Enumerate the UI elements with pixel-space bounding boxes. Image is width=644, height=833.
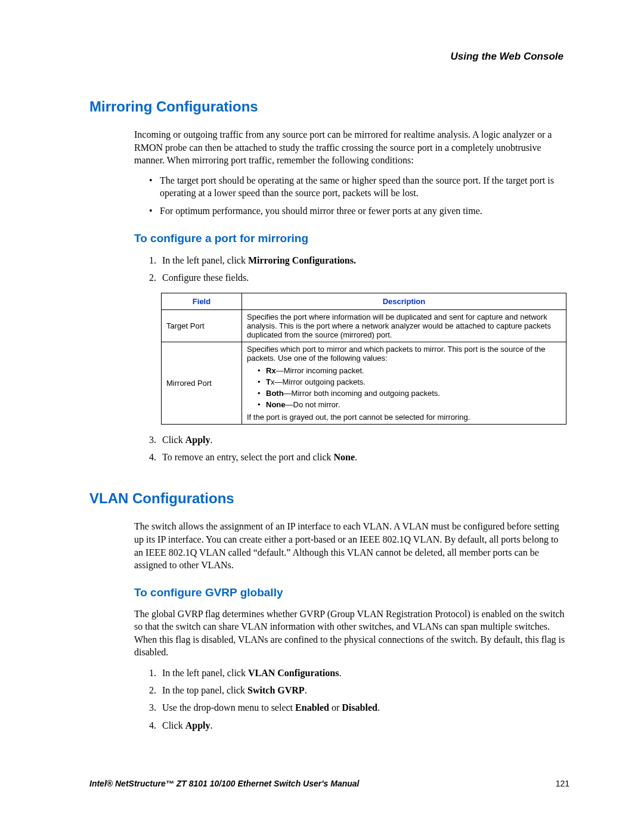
step-item: To remove an entry, select the port and … [149, 450, 569, 464]
mirror-values-list: Rx—Mirror incoming packet. Tx—Mirror out… [258, 366, 561, 409]
step-bold: Apply [185, 435, 210, 445]
section-heading-vlan: VLAN Configurations [89, 490, 569, 507]
condition-item: For optimum performance, you should mirr… [149, 205, 569, 218]
step-text: . [210, 720, 212, 730]
cell-field: Mirrored Port [162, 342, 242, 424]
footer-page-number: 121 [556, 779, 569, 788]
value-item: Tx—Mirror outgoing packets. [258, 377, 561, 386]
mirroring-fields-table: Field Description Target Port Specifies … [161, 293, 566, 425]
subheading-configure-port-mirroring: To configure a port for mirroring [134, 232, 569, 245]
step-text: . [305, 685, 307, 695]
value-item: Rx—Mirror incoming packet. [258, 366, 561, 375]
value-bold: Rx [266, 366, 276, 375]
section-heading-mirroring: Mirroring Configurations [89, 98, 569, 115]
mirroring-conditions-list: The target port should be operating at t… [149, 174, 569, 218]
cell-description: Specifies which port to mirror and which… [242, 342, 566, 424]
value-text: —Mirror both incoming and outgoing packe… [284, 389, 440, 398]
step-text: . [210, 435, 212, 445]
step-item: Configure these fields. [149, 271, 569, 284]
table-header-field: Field [162, 293, 242, 309]
vlan-intro: The switch allows the assignment of an I… [134, 520, 569, 571]
step-bold: VLAN Configurations [248, 668, 339, 678]
cell-field: Target Port [162, 309, 242, 342]
footer-manual-title: Intel® NetStructure™ ZT 8101 10/100 Ethe… [89, 779, 359, 788]
step-text: Click [162, 720, 185, 730]
table-header-description: Description [242, 293, 566, 309]
step-text: To remove an entry, select the port and … [162, 452, 334, 462]
value-bold: Both [266, 389, 284, 398]
step-item: Click Apply. [149, 719, 569, 732]
step-text: Click [162, 435, 185, 445]
mirroring-steps-cont: Click Apply. To remove an entry, select … [149, 433, 569, 464]
step-text: or [329, 702, 342, 713]
gvrp-para: The global GVRP flag determines whether … [134, 608, 569, 659]
step-text: . [339, 668, 341, 678]
value-text: x—Mirror outgoing packets. [271, 377, 366, 386]
mirroring-steps: In the left panel, click Mirroring Confi… [149, 253, 569, 284]
step-text: . [377, 702, 380, 713]
step-bold: Enabled [295, 702, 329, 713]
cell-text: Specifies which port to mirror and which… [247, 345, 561, 363]
step-bold: Disabled [342, 702, 377, 713]
table-row: Target Port Specifies the port where inf… [162, 309, 566, 342]
step-text: In the left panel, click [162, 668, 248, 678]
value-text: —Mirror incoming packet. [276, 366, 364, 375]
step-item: In the top panel, click Switch GVRP. [149, 683, 569, 697]
cell-text: If the port is grayed out, the port cann… [247, 413, 561, 422]
step-text: . [355, 452, 357, 462]
step-bold: Mirroring Configurations. [248, 255, 356, 265]
step-item: In the left panel, click Mirroring Confi… [149, 253, 569, 267]
value-item: Both—Mirror both incoming and outgoing p… [258, 389, 561, 398]
value-bold: T [266, 377, 271, 386]
step-item: In the left panel, click VLAN Configurat… [149, 666, 569, 680]
step-bold: Apply [185, 720, 210, 730]
step-item: Click Apply. [149, 433, 569, 447]
step-item: Use the drop-down menu to select Enabled… [149, 701, 569, 714]
mirroring-intro: Incoming or outgoing traffic from any so… [134, 128, 569, 167]
step-bold: None [334, 452, 355, 462]
page-footer: Intel® NetStructure™ ZT 8101 10/100 Ethe… [89, 779, 569, 788]
value-bold: None [266, 400, 286, 409]
table-row: Mirrored Port Specifies which port to mi… [162, 342, 566, 424]
subheading-configure-gvrp: To configure GVRP globally [134, 586, 569, 599]
value-text: —Do not mirror. [286, 400, 340, 409]
step-text: Use the drop-down menu to select [162, 702, 295, 713]
cell-description: Specifies the port where information wil… [242, 309, 566, 342]
step-text: In the top panel, click [162, 685, 247, 695]
gvrp-steps: In the left panel, click VLAN Configurat… [149, 666, 569, 732]
condition-item: The target port should be operating at t… [149, 174, 569, 200]
step-bold: Switch GVRP [247, 685, 305, 695]
value-item: None—Do not mirror. [258, 400, 561, 409]
page-header: Using the Web Console [89, 51, 569, 63]
step-text: In the left panel, click [162, 255, 248, 265]
